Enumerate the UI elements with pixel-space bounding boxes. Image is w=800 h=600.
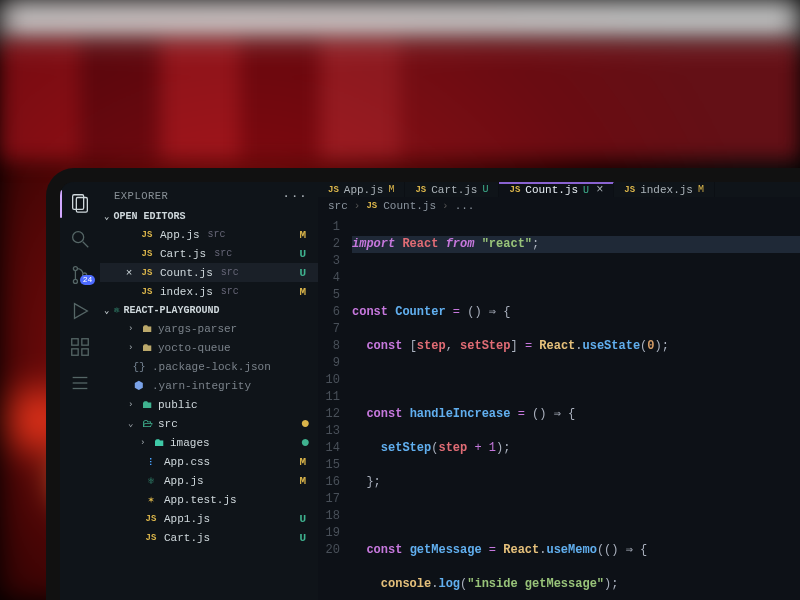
file-name: App.js (164, 475, 204, 487)
activity-active-indicator (60, 190, 62, 218)
js-file-icon: JS (140, 230, 154, 240)
js-file-icon: JS (509, 185, 520, 195)
file-name: Cart.js (160, 248, 206, 260)
sidebar-more-icon[interactable]: ··· (283, 190, 308, 202)
tab-label: App.js (344, 184, 384, 196)
file-path: src (208, 229, 226, 240)
file-app1-js[interactable]: JS App1.js U (100, 509, 318, 528)
photo-background-shelf (0, 40, 800, 160)
activity-bar: 24 (60, 182, 100, 600)
file-app-css[interactable]: ⫶ App.css M (100, 452, 318, 471)
sidebar-title: EXPLORER (114, 190, 168, 202)
folder-yargs-parser[interactable]: › 🖿 yargs-parser (100, 319, 318, 338)
svg-rect-9 (81, 339, 87, 345)
svg-rect-11 (81, 349, 87, 355)
close-icon[interactable]: × (124, 267, 134, 279)
file-name: App.css (164, 456, 210, 468)
debug-icon[interactable] (69, 300, 91, 322)
chevron-right-icon: › (354, 200, 361, 212)
tab-count-js[interactable]: JS Count.js U × (499, 182, 614, 197)
search-icon[interactable] (69, 228, 91, 250)
file-app-test-js[interactable]: ✶ App.test.js (100, 490, 318, 509)
file-package-lock[interactable]: {} .package-lock.json (100, 357, 318, 376)
extensions-icon[interactable] (69, 336, 91, 358)
folder-name: src (158, 418, 178, 430)
breadcrumb[interactable]: src › JS Count.js › ... (318, 197, 800, 215)
git-status: U (482, 184, 488, 195)
js-file-icon: JS (144, 533, 158, 543)
file-name: App.test.js (164, 494, 237, 506)
folder-yocto-queue[interactable]: › 🖿 yocto-queue (100, 338, 318, 357)
editor-area: JS App.js M JS Cart.js U JS Count.js U ×… (318, 182, 800, 600)
test-file-icon: ✶ (144, 493, 158, 506)
file-name: index.js (160, 286, 213, 298)
open-editor-index-js[interactable]: JS index.js src M (100, 282, 318, 301)
react-file-icon: ⚛ (144, 474, 158, 487)
svg-rect-10 (71, 349, 77, 355)
file-path: src (221, 267, 239, 278)
crumb-file[interactable]: Count.js (383, 200, 436, 212)
folder-icon: 🖿 (142, 341, 153, 354)
code-editor[interactable]: 1234567891011121314151617181920 import R… (318, 215, 800, 600)
js-file-icon: JS (140, 249, 154, 259)
svg-point-4 (73, 267, 77, 271)
git-status: U (299, 532, 310, 544)
file-name: App1.js (164, 513, 210, 525)
folder-name: yargs-parser (158, 323, 237, 335)
tab-label: Cart.js (431, 184, 477, 196)
laptop-frame: 24 EXPLORER ··· ⌄ OPEN EDITORS (46, 168, 800, 600)
explorer-icon[interactable] (69, 192, 91, 214)
editor-tabs: JS App.js M JS Cart.js U JS Count.js U ×… (318, 182, 800, 197)
editor-window: 24 EXPLORER ··· ⌄ OPEN EDITORS (60, 182, 800, 600)
file-cart-js[interactable]: JS Cart.js U (100, 528, 318, 547)
chevron-right-icon: › (442, 200, 449, 212)
svg-marker-7 (74, 304, 87, 319)
open-editors-section[interactable]: ⌄ OPEN EDITORS (100, 208, 318, 225)
open-editor-cart-js[interactable]: JS Cart.js src U (100, 244, 318, 263)
folder-public[interactable]: › 🖿 public (100, 395, 318, 414)
folder-name: public (158, 399, 198, 411)
code-lines[interactable]: import React from "react"; const Counter… (346, 215, 800, 600)
open-editors-label: OPEN EDITORS (113, 211, 185, 222)
chevron-right-icon: › (128, 324, 137, 334)
tab-label: Count.js (525, 184, 578, 196)
tab-label: index.js (640, 184, 693, 196)
project-name: REACT-PLAYGROUND (123, 305, 219, 316)
tab-app-js[interactable]: JS App.js M (318, 182, 405, 197)
tab-cart-js[interactable]: JS Cart.js U (405, 182, 499, 197)
project-section[interactable]: ⌄ ⚛ REACT-PLAYGROUND (100, 301, 318, 319)
svg-point-2 (72, 232, 83, 243)
tab-index-js[interactable]: JS index.js M (614, 182, 715, 197)
chevron-right-icon: › (128, 400, 137, 410)
file-app-js[interactable]: ⚛ App.js M (100, 471, 318, 490)
js-file-icon: JS (140, 268, 154, 278)
js-file-icon: JS (366, 201, 377, 211)
file-name: Cart.js (164, 532, 210, 544)
folder-images[interactable]: › 🖿 images ● (100, 433, 318, 452)
outline-icon[interactable] (69, 372, 91, 394)
git-status: M (299, 229, 310, 241)
js-file-icon: JS (140, 287, 154, 297)
crumb-symbol[interactable]: ... (455, 200, 475, 212)
crumb-src[interactable]: src (328, 200, 348, 212)
react-project-icon: ⚛ (113, 304, 119, 316)
file-yarn-integrity[interactable]: ⬢ .yarn-integrity (100, 376, 318, 395)
git-status: U (583, 185, 589, 196)
yarn-file-icon: ⬢ (132, 379, 146, 392)
svg-line-3 (82, 242, 88, 248)
json-file-icon: {} (132, 361, 146, 373)
git-status: M (299, 286, 310, 298)
file-name: .yarn-integrity (152, 380, 251, 392)
open-editor-app-js[interactable]: JS App.js src M (100, 225, 318, 244)
open-editor-count-js[interactable]: × JS Count.js src U (100, 263, 318, 282)
folder-src[interactable]: ⌄ 🗁 src ● (100, 414, 318, 433)
file-name: App.js (160, 229, 200, 241)
source-control-icon[interactable]: 24 (69, 264, 91, 286)
svg-rect-8 (71, 339, 77, 345)
git-status: M (299, 456, 310, 468)
git-status: U (299, 248, 310, 260)
tab-close-icon[interactable]: × (596, 183, 603, 197)
folder-name: images (170, 437, 210, 449)
svg-point-5 (73, 279, 77, 283)
folder-icon: 🖿 (142, 398, 153, 411)
